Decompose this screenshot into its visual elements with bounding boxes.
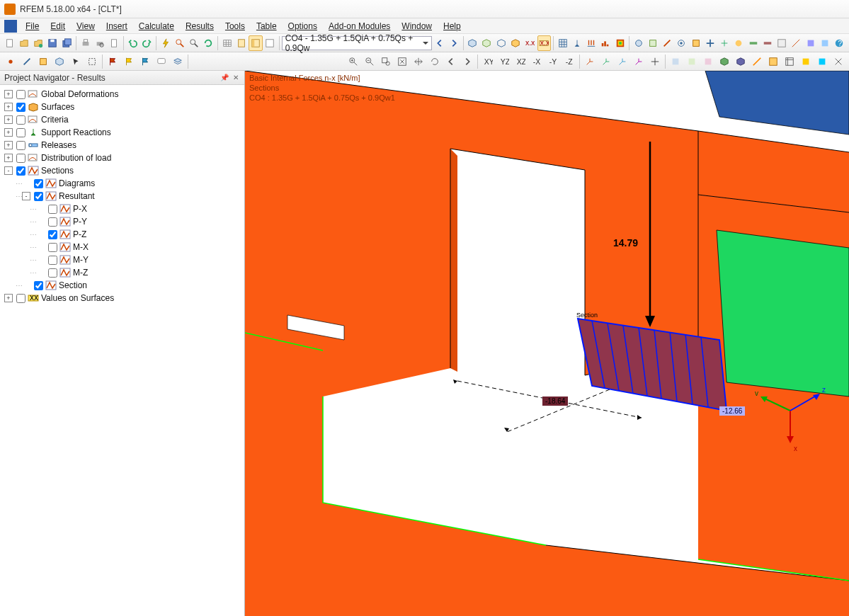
new-file-button[interactable]: [3, 35, 16, 51]
toggle-button[interactable]: [263, 35, 277, 51]
line-button[interactable]: [19, 54, 35, 69]
collapse-icon[interactable]: -: [22, 192, 30, 200]
tree-checkbox[interactable]: [16, 115, 25, 125]
tree-checkbox[interactable]: [16, 128, 25, 137]
viewport-3d[interactable]: Basic Internal Forces n-x [kN/m] Section…: [245, 71, 849, 616]
zoom-out-button[interactable]: [362, 54, 377, 69]
menu-file[interactable]: File: [20, 20, 45, 33]
misc1-button[interactable]: [632, 35, 645, 51]
wire-button[interactable]: [494, 35, 508, 51]
model-canvas[interactable]: [245, 71, 849, 616]
pan-button[interactable]: [411, 54, 426, 69]
tree-item-section[interactable]: ⋯Section: [1, 279, 243, 292]
menu-insert[interactable]: Insert: [101, 20, 133, 33]
misc7-button[interactable]: [718, 35, 731, 51]
save-all-button[interactable]: [60, 35, 74, 51]
tree-item-m-z[interactable]: ⋯M-Z: [1, 266, 243, 279]
zoom-in-button[interactable]: [346, 54, 361, 69]
vis7-button[interactable]: [765, 54, 781, 69]
vis11-button[interactable]: [831, 54, 846, 69]
vis5-button[interactable]: [733, 54, 748, 69]
loadcase-combo[interactable]: CO4 - 1.35G + 1.5QiA + 0.75Qs + 0.9Qw: [282, 36, 432, 50]
axes1-button[interactable]: [582, 54, 598, 69]
open-button[interactable]: [17, 35, 30, 51]
layer-button[interactable]: [170, 54, 186, 69]
tree-item-surfaces[interactable]: +Surfaces: [1, 101, 243, 113]
tree-checkbox[interactable]: [16, 154, 25, 163]
view-xy-button[interactable]: XY: [480, 54, 496, 69]
tree-checkbox[interactable]: [48, 256, 57, 265]
expand-icon[interactable]: +: [4, 294, 13, 302]
expand-icon[interactable]: +: [4, 103, 13, 111]
menu-help[interactable]: Help: [438, 20, 467, 33]
vis10-button[interactable]: [814, 54, 830, 69]
close-panel-icon[interactable]: ✕: [232, 74, 240, 82]
tree-item-p-z[interactable]: ⋯P-Z: [1, 228, 243, 241]
vis8-button[interactable]: [782, 54, 797, 69]
tree-item-m-x[interactable]: ⋯M-X: [1, 241, 243, 253]
find-button[interactable]: [188, 35, 201, 51]
diagram-button[interactable]: [599, 35, 612, 51]
misc6-button[interactable]: [703, 35, 717, 51]
zoom-window-button[interactable]: [378, 54, 394, 69]
tree-item-diagrams[interactable]: ⋯Diagrams: [1, 177, 243, 190]
app-menu-icon[interactable]: [4, 20, 17, 33]
menu-results[interactable]: Results: [180, 20, 220, 33]
page-button[interactable]: [108, 35, 121, 51]
table-button[interactable]: [220, 35, 234, 51]
misc2-button[interactable]: [646, 35, 659, 51]
tree-item-p-y[interactable]: ⋯P-Y: [1, 215, 243, 228]
vis3-button[interactable]: [700, 54, 716, 69]
view-results-button[interactable]: [173, 35, 186, 51]
expand-icon[interactable]: +: [4, 128, 13, 137]
contour-button[interactable]: [613, 35, 627, 51]
tree-checkbox[interactable]: [16, 90, 25, 99]
misc5-button[interactable]: [689, 35, 702, 51]
view-minus-y-button[interactable]: -Y: [545, 54, 561, 69]
tree-item-criteria[interactable]: +Criteria: [1, 113, 243, 126]
vis9-button[interactable]: [798, 54, 814, 69]
print-button[interactable]: [79, 35, 92, 51]
tree-item-resultant[interactable]: ⋯-Resultant: [1, 190, 243, 203]
select-button[interactable]: [68, 54, 84, 69]
tree-checkbox[interactable]: [16, 103, 25, 112]
tree-checkbox[interactable]: [48, 230, 57, 239]
misc9-button[interactable]: [746, 35, 760, 51]
tree-checkbox[interactable]: [34, 179, 43, 188]
misc14-button[interactable]: [818, 35, 831, 51]
redo-button[interactable]: [140, 35, 154, 51]
surface-button[interactable]: [35, 54, 51, 69]
tree-checkbox[interactable]: [48, 217, 57, 227]
view-yz-button[interactable]: YZ: [496, 54, 512, 69]
tree-item-m-y[interactable]: ⋯M-Y: [1, 253, 243, 266]
tree-checkbox[interactable]: [34, 281, 43, 290]
flag-blue-button[interactable]: [137, 54, 153, 69]
vis1-button[interactable]: [668, 54, 683, 69]
next-loadcase-button[interactable]: [448, 35, 461, 51]
panel-button[interactable]: [249, 35, 262, 51]
node-button[interactable]: [3, 54, 18, 69]
tree-checkbox[interactable]: [16, 141, 25, 150]
tree-item-values-on-surfaces[interactable]: +xxValues on Surfaces: [1, 292, 243, 304]
menu-table[interactable]: Table: [251, 20, 283, 33]
refresh-button[interactable]: [202, 35, 215, 51]
expand-icon[interactable]: +: [4, 141, 13, 149]
open-recent-button[interactable]: [32, 35, 45, 51]
undo-button[interactable]: [126, 35, 139, 51]
misc12-button[interactable]: [790, 35, 803, 51]
next-view-button[interactable]: [460, 54, 475, 69]
expand-icon[interactable]: +: [4, 115, 13, 124]
prev-loadcase-button[interactable]: [433, 35, 446, 51]
misc13-button[interactable]: [804, 35, 817, 51]
menu-view[interactable]: View: [71, 20, 101, 33]
vis2-button[interactable]: [684, 54, 700, 69]
pin-icon[interactable]: 📌: [220, 74, 229, 82]
menu-options[interactable]: Options: [283, 20, 323, 33]
expand-icon[interactable]: +: [4, 90, 13, 98]
tree-checkbox[interactable]: [48, 243, 57, 252]
xxx-box-button[interactable]: x.xx: [537, 35, 551, 51]
save-button[interactable]: [46, 35, 59, 51]
tree-item-p-x[interactable]: ⋯P-X: [1, 203, 243, 215]
print-preview-button[interactable]: [93, 35, 106, 51]
tree-checkbox[interactable]: [34, 192, 43, 201]
